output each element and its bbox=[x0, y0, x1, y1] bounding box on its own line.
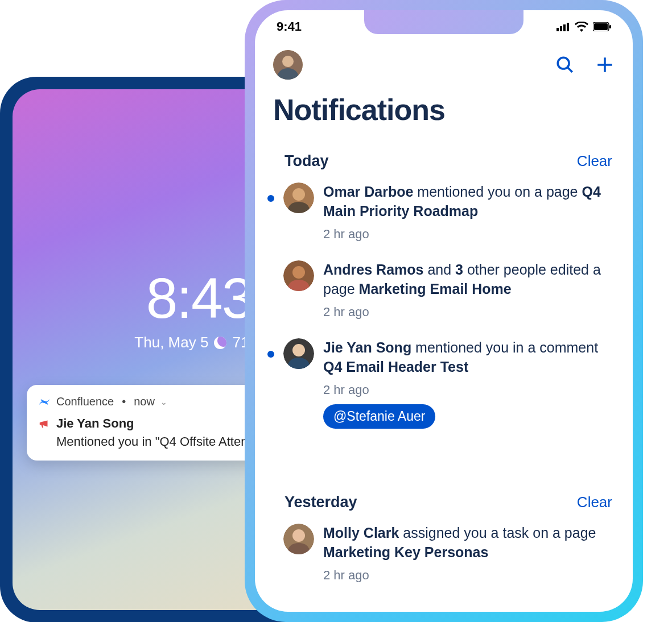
svg-rect-6 bbox=[609, 25, 611, 28]
unread-dot-icon bbox=[267, 195, 274, 202]
avatar[interactable] bbox=[283, 524, 314, 554]
nav-row bbox=[255, 50, 633, 80]
svg-line-11 bbox=[567, 67, 572, 72]
notif-actor: Jie Yan Song bbox=[323, 339, 411, 355]
svg-point-15 bbox=[292, 188, 305, 201]
avatar[interactable] bbox=[283, 338, 314, 369]
section-yesterday: Yesterday Clear Molly Clark assigned you… bbox=[255, 494, 633, 602]
svg-point-21 bbox=[292, 344, 305, 356]
confluence-icon bbox=[38, 396, 51, 408]
status-bar: 9:41 bbox=[255, 18, 633, 35]
wifi-icon bbox=[575, 22, 588, 32]
app-screen: 9:41 bbox=[255, 10, 633, 612]
chevron-down-icon[interactable]: ⌄ bbox=[160, 397, 167, 407]
svg-rect-3 bbox=[567, 23, 569, 31]
battery-icon bbox=[593, 22, 611, 31]
section-label-today: Today bbox=[285, 152, 329, 170]
notif-actor: Omar Darboe bbox=[323, 184, 413, 200]
page-title: Notifications bbox=[273, 93, 445, 127]
notif-target: Marketing Email Home bbox=[359, 281, 512, 297]
avatar[interactable] bbox=[283, 260, 314, 291]
notif-text: mentioned you on a page bbox=[413, 184, 582, 200]
clear-button-today[interactable]: Clear bbox=[577, 152, 612, 170]
section-today: Today Clear Omar Darboe mentioned you on… bbox=[255, 152, 633, 447]
svg-point-8 bbox=[282, 56, 294, 67]
section-label-yesterday: Yesterday bbox=[285, 494, 357, 511]
status-time: 9:41 bbox=[277, 19, 302, 34]
svg-rect-0 bbox=[556, 28, 559, 31]
notif-time: 2 hr ago bbox=[323, 304, 612, 321]
svg-point-18 bbox=[292, 266, 305, 279]
notification-item[interactable]: Omar Darboe mentioned you on a page Q4 M… bbox=[267, 183, 612, 242]
notification-item[interactable]: Andres Ramos and 3 other people edited a… bbox=[267, 260, 612, 320]
plus-icon[interactable] bbox=[595, 55, 615, 74]
megaphone-icon bbox=[38, 417, 51, 430]
mention-pill[interactable]: @Stefanie Auer bbox=[323, 404, 435, 429]
notif-actor: Molly Clark bbox=[323, 525, 399, 541]
notification-item[interactable]: Molly Clark assigned you a task on a pag… bbox=[267, 524, 612, 583]
unread-dot-icon bbox=[267, 351, 274, 358]
notif-time: 2 hr ago bbox=[323, 382, 612, 399]
push-separator: • bbox=[122, 395, 126, 408]
profile-avatar[interactable] bbox=[273, 50, 303, 80]
svg-point-10 bbox=[558, 57, 569, 69]
lockscreen-date: Thu, May 5 bbox=[134, 334, 208, 351]
notif-actor: Andres Ramos bbox=[323, 262, 423, 277]
svg-point-24 bbox=[292, 529, 305, 542]
svg-rect-2 bbox=[563, 24, 566, 31]
notif-text: mentioned you in a comment bbox=[411, 339, 598, 355]
notif-text: assigned you a task on a page bbox=[399, 525, 596, 541]
cellular-signal-icon bbox=[556, 22, 570, 31]
notif-count: 3 bbox=[455, 262, 463, 277]
notif-target: Q4 Email Header Test bbox=[323, 359, 468, 375]
notif-time: 2 hr ago bbox=[323, 226, 612, 243]
push-sender: Jie Yan Song bbox=[56, 416, 262, 431]
clear-button-yesterday[interactable]: Clear bbox=[577, 494, 612, 511]
search-icon[interactable] bbox=[555, 55, 575, 74]
app-phone: 9:41 bbox=[245, 0, 643, 622]
notif-target: Marketing Key Personas bbox=[323, 544, 488, 560]
push-time: now bbox=[134, 395, 155, 408]
moon-icon bbox=[214, 337, 226, 349]
notif-time: 2 hr ago bbox=[323, 567, 612, 584]
svg-rect-5 bbox=[594, 23, 608, 30]
push-app-name: Confluence bbox=[56, 395, 114, 408]
push-body-text: Mentioned you in "Q4 Offsite Attende bbox=[56, 434, 262, 449]
notification-item[interactable]: Jie Yan Song mentioned you in a comment … bbox=[267, 338, 612, 428]
notif-text: and bbox=[423, 262, 455, 277]
svg-rect-1 bbox=[560, 26, 562, 31]
avatar[interactable] bbox=[283, 183, 314, 213]
